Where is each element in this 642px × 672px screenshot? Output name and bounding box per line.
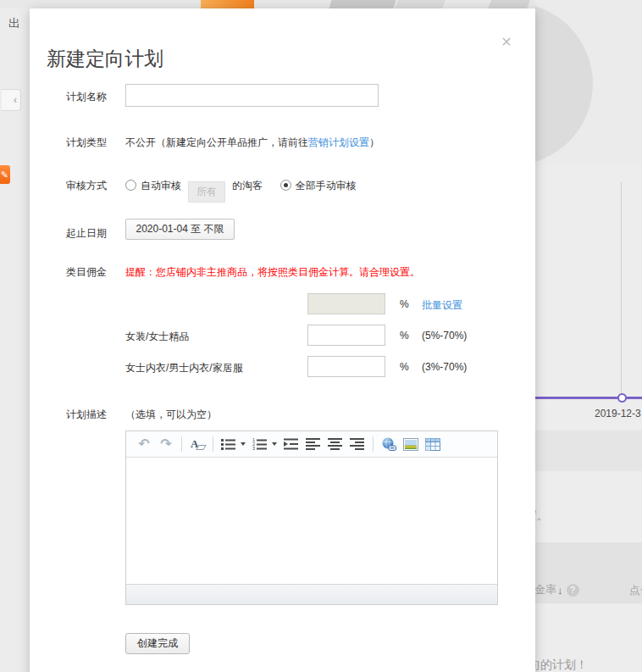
auto-review-option-label: 自动审核: [141, 180, 181, 192]
editor-toolbar: ↶ ↷ A 123: [126, 431, 497, 458]
unordered-list-icon[interactable]: [219, 435, 238, 453]
commission-range: (5%-70%): [422, 330, 467, 342]
timeline-marker: [617, 393, 627, 403]
plan-type-text: 不公开（新建定向公开单品推广，请前往: [125, 136, 308, 148]
banner-block: [535, 0, 642, 165]
toolbar-divider: [181, 436, 182, 452]
editor-content-area[interactable]: [126, 458, 497, 584]
description-label: 计划描述: [66, 408, 119, 422]
timeline-vertical-line: [621, 182, 622, 397]
plan-name-input[interactable]: [125, 84, 379, 107]
description-hint: （选填，可以为空）: [125, 408, 217, 422]
background-band: [535, 430, 642, 471]
manual-review-option-label: 全部手动审核: [296, 180, 357, 192]
image-icon[interactable]: [401, 435, 420, 453]
ordered-list-icon[interactable]: 123: [251, 435, 269, 453]
category-commission-input[interactable]: [307, 356, 385, 377]
gray-bar-segment: [329, 0, 396, 8]
review-mode-label: 审核方式: [66, 179, 119, 193]
manual-review-radio[interactable]: [280, 180, 291, 191]
commission-warning: 提醒：您店铺内非主推商品，将按照类目佣金计算。请合理设置。: [125, 265, 420, 280]
scope-select-disabled: 所有: [188, 181, 225, 203]
chevron-left-icon: ‹: [14, 94, 17, 106]
timeline-date-label: 2019-12-3: [595, 408, 641, 419]
unordered-list-dropdown-icon[interactable]: [241, 442, 246, 446]
new-targeted-plan-dialog: 新建定向计划 ✕ 计划名称 计划类型 不公开（新建定向公开单品推广，请前往营销计…: [30, 8, 535, 672]
align-right-icon[interactable]: [348, 435, 367, 453]
editor-status-bar: [126, 584, 497, 604]
category-name: 女士内衣/男士内衣/家居服: [125, 361, 243, 375]
exit-text: 出: [8, 16, 20, 31]
align-left-icon[interactable]: [304, 435, 323, 453]
link-icon[interactable]: [379, 435, 398, 453]
gray-bar-segment: [395, 0, 446, 8]
dialog-title: 新建定向计划: [47, 46, 163, 72]
auto-review-radio[interactable]: [125, 180, 136, 191]
decorative-circle: [535, 3, 593, 165]
batch-commission-input: [307, 293, 385, 314]
commission-label: 类目佣金: [66, 265, 119, 280]
plan-name-label: 计划名称: [66, 90, 119, 104]
toolbar-divider: [373, 436, 374, 452]
orange-bar-segment: [201, 0, 254, 8]
background-left-rail: 出 ‹ ✎: [0, 0, 30, 672]
column-header-clicks: 点击: [629, 583, 642, 598]
remove-format-glyph: A: [190, 436, 205, 452]
review-mode-options: 自动审核所有的淘客 全部手动审核: [125, 179, 357, 203]
clipped-text: 设置。: [535, 508, 548, 524]
close-icon[interactable]: ✕: [497, 34, 516, 53]
percent-sign: %: [400, 361, 409, 373]
orange-badge-icon: ✎: [0, 165, 10, 184]
toolbar-divider: [213, 436, 213, 452]
date-range-label: 起止日期: [66, 226, 119, 241]
align-center-icon[interactable]: [326, 435, 345, 453]
percent-sign: %: [400, 330, 409, 342]
remove-format-icon[interactable]: A: [188, 435, 207, 453]
indent-icon[interactable]: [282, 435, 301, 453]
sort-desc-icon: ↓: [557, 584, 563, 597]
date-range-button[interactable]: 2020-01-04 至 不限: [125, 219, 235, 240]
clipped-text: 向的计划！: [535, 658, 588, 672]
redo-icon[interactable]: ↷: [157, 435, 175, 453]
category-commission-input[interactable]: [307, 325, 385, 346]
column-header-commission-rate: 佣金率↓?: [535, 582, 579, 597]
create-complete-button[interactable]: 创建完成: [125, 633, 190, 654]
svg-text:3: 3: [252, 446, 255, 450]
batch-set-link[interactable]: 批量设置: [422, 298, 462, 313]
plan-type-text: ）: [369, 136, 379, 148]
sidebar-collapse-tab: ‹: [2, 89, 21, 111]
background-right-panel: 2019-12-3 设置。 佣金率↓? 点击 向的计划！: [535, 0, 642, 672]
undo-icon[interactable]: ↶: [135, 435, 153, 453]
table-icon[interactable]: [423, 435, 442, 453]
column-header-label: 佣金率: [535, 582, 556, 597]
category-name: 女装/女士精品: [125, 330, 189, 344]
plan-type-label: 计划类型: [66, 136, 119, 150]
description-editor: ↶ ↷ A 123: [125, 430, 498, 605]
help-icon: ?: [567, 584, 579, 597]
plan-type-value: 不公开（新建定向公开单品推广，请前往营销计划设置）: [125, 136, 379, 150]
percent-sign: %: [400, 298, 409, 310]
marketing-plan-settings-link[interactable]: 营销计划设置: [308, 136, 369, 148]
gray-bar-segment: [488, 0, 530, 8]
auto-review-suffix: 的淘客: [232, 180, 263, 192]
ordered-list-dropdown-icon[interactable]: [272, 442, 277, 446]
page: 出 ‹ ✎ 2019-12-3 设置。 佣金率↓? 点击 向的计划！ 新建定向计…: [0, 0, 642, 672]
commission-range: (3%-70%): [422, 361, 467, 373]
